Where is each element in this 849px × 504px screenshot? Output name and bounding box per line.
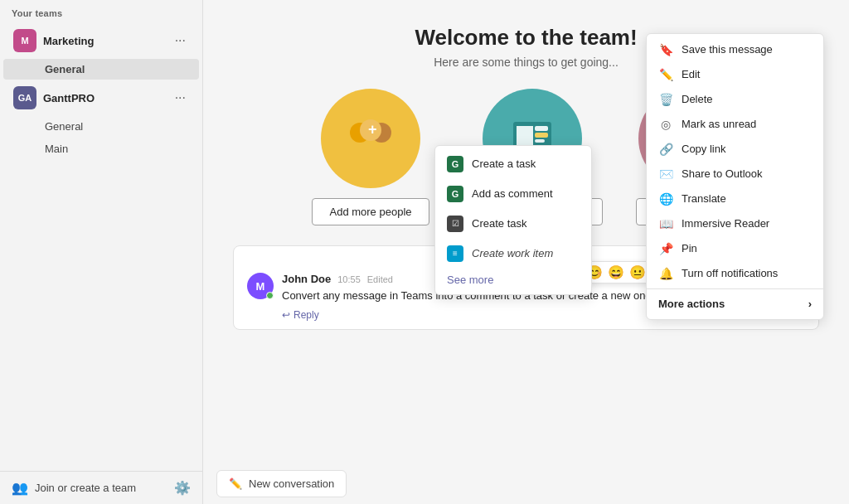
svg-rect-8 [535, 126, 548, 131]
action-save-label: Save this message [682, 43, 773, 56]
teams-menu-label-create-task: Create a task [472, 158, 536, 170]
action-turn-off-notifications[interactable]: 🔔 Turn off notifications [647, 261, 823, 286]
action-translate[interactable]: 🌐 Translate [647, 187, 823, 211]
welcome-card-people: + Add more people [312, 89, 429, 225]
message-edited: Edited [367, 274, 393, 284]
teams-menu-label-create-task2: Create task [472, 217, 526, 230]
save-message-icon: 🔖 [658, 43, 673, 56]
team-name-marketing: Marketing [43, 35, 172, 47]
reaction-neutral[interactable]: 😐 [629, 264, 646, 280]
copy-link-icon: 🔗 [658, 143, 673, 156]
action-immersive-reader-label: Immersive Reader [682, 217, 769, 230]
svg-rect-6 [535, 133, 548, 138]
gantt-create-task-icon: G [447, 156, 463, 172]
immersive-reader-icon: 📖 [658, 217, 673, 230]
action-share-outlook[interactable]: ✉️ Share to Outlook [647, 162, 823, 187]
sidebar-footer: 👥 Join or create a team ⚙️ [0, 471, 202, 504]
teams-context-menu: G Create a task G Add as comment ☑ Creat… [434, 145, 592, 295]
team-more-marketing[interactable]: ··· [172, 32, 189, 50]
channel-item-marketing-general[interactable]: General [3, 59, 199, 80]
action-pin-label: Pin [682, 242, 697, 254]
new-conv-icon: ✏️ [229, 477, 242, 490]
action-edit-label: Edit [682, 68, 700, 80]
welcome-subtitle: Here are some things to get going... [434, 56, 619, 69]
teams-menu-add-comment[interactable]: G Add as comment [435, 179, 591, 209]
team-item-ganttPRO[interactable]: GA GanttPRO ··· [3, 81, 199, 114]
teams-menu-create-task[interactable]: G Create a task [435, 149, 591, 179]
team-name-ganttPRO: GanttPRO [43, 92, 172, 104]
action-delete-label: Delete [682, 93, 713, 105]
new-conv-label: New conversation [249, 477, 334, 490]
join-team-icon: 👥 [12, 480, 28, 496]
join-team-label: Join or create a team [35, 482, 136, 494]
pin-icon: 📌 [658, 242, 673, 255]
action-save-message[interactable]: 🔖 Save this message [647, 37, 823, 62]
action-share-outlook-label: Share to Outlook [682, 167, 763, 180]
action-mark-unread[interactable]: ◎ Mark as unread [647, 112, 823, 137]
action-translate-label: Translate [682, 192, 726, 205]
translate-icon: 🌐 [658, 192, 673, 206]
actions-divider [647, 288, 823, 289]
see-more-link[interactable]: See more [435, 269, 591, 291]
notifications-off-icon: 🔔 [658, 267, 673, 280]
team-avatar-ganttPRO: GA [13, 86, 36, 109]
team-item-marketing[interactable]: M Marketing ··· [3, 24, 199, 57]
online-indicator [266, 292, 274, 299]
new-conversation-button[interactable]: ✏️ New conversation [216, 470, 347, 497]
reply-icon: ↩ [282, 309, 290, 321]
action-edit[interactable]: ✏️ Edit [647, 62, 823, 87]
action-immersive-reader[interactable]: 📖 Immersive Reader [647, 211, 823, 236]
actions-dropdown: 🔖 Save this message ✏️ Edit 🗑️ Delete ◎ … [646, 33, 824, 320]
team-avatar-marketing: M [13, 29, 36, 52]
action-notifications-label: Turn off notifications [682, 267, 778, 279]
sidebar-header: Your teams [0, 0, 202, 23]
delete-icon: 🗑️ [658, 93, 673, 106]
message-time: 10:55 [337, 274, 361, 284]
join-team-button[interactable]: 👥 Join or create a team [12, 480, 136, 496]
work-item-icon: ≡ [447, 245, 463, 262]
channel-item-ganttPRO-general[interactable]: General [3, 116, 199, 137]
new-conversation-bar: ✏️ New conversation [203, 463, 849, 504]
teams-menu-create-task2[interactable]: ☑ Create task [435, 209, 591, 239]
teams-menu-label-add-comment: Add as comment [472, 187, 553, 200]
action-copy-link-label: Copy link [682, 143, 725, 155]
message-author: John Doe [282, 273, 331, 285]
task-icon: ☑ [447, 216, 463, 232]
more-actions-item[interactable]: More actions › [647, 292, 823, 316]
sidebar: Your teams M Marketing ··· General GA Ga… [0, 0, 203, 504]
add-more-people-button[interactable]: Add more people [312, 198, 429, 225]
teams-menu-create-work-item[interactable]: ≡ Create work item [435, 239, 591, 269]
svg-text:+: + [368, 121, 377, 138]
action-pin[interactable]: 📌 Pin [647, 236, 823, 261]
gantt-add-comment-icon: G [447, 186, 463, 202]
channel-item-ganttPRO-main[interactable]: Main [3, 138, 199, 159]
welcome-area: Welcome to the team! Here are some thing… [203, 0, 849, 463]
team-more-ganttPRO[interactable]: ··· [172, 89, 189, 107]
welcome-circle-people: + [321, 89, 420, 188]
teams-menu-label-create-work-item: Create work item [472, 247, 553, 259]
welcome-title: Welcome to the team! [415, 25, 637, 51]
chevron-right-icon: › [808, 298, 812, 310]
action-copy-link[interactable]: 🔗 Copy link [647, 137, 823, 162]
mark-unread-icon: ◎ [658, 118, 673, 131]
settings-icon[interactable]: ⚙️ [174, 480, 191, 496]
message-avatar: M [247, 273, 274, 299]
main-content: Welcome to the team! Here are some thing… [203, 0, 849, 504]
action-delete[interactable]: 🗑️ Delete [647, 87, 823, 112]
share-outlook-icon: ✉️ [658, 167, 673, 181]
svg-rect-7 [535, 139, 545, 143]
edit-icon: ✏️ [658, 68, 673, 81]
action-mark-unread-label: Mark as unread [682, 118, 756, 130]
reaction-laugh[interactable]: 😄 [608, 264, 624, 280]
more-actions-label: More actions [658, 298, 725, 310]
